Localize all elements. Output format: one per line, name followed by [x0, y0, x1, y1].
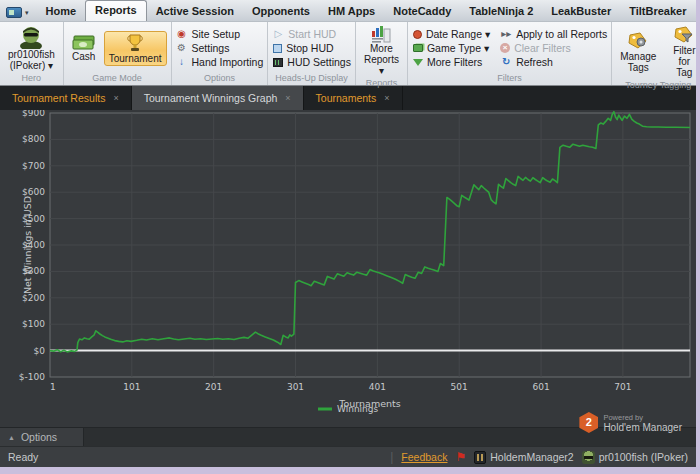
chart-legend: Winnings — [318, 404, 379, 414]
clear-filters-label: Clear Filters — [514, 42, 571, 55]
brand-text: Hold'em Manager — [603, 423, 682, 433]
hud-settings-icon — [273, 58, 283, 67]
y-axis-title: Net Winnings in USD — [22, 196, 33, 294]
app-menu-button[interactable]: ▾ — [0, 7, 37, 21]
ribbon-tab-notecaddy[interactable]: NoteCaddy — [384, 2, 460, 21]
group-options: ◉ Site Setup ⚙ Settings ↓ Hand Importing… — [172, 22, 269, 85]
reports-chart-icon — [371, 25, 391, 43]
group-reports: More Reports ▾ Reports — [356, 22, 408, 85]
clear-filters-button[interactable]: × Clear Filters — [500, 42, 607, 55]
svg-text:101: 101 — [123, 382, 140, 392]
ribbon-tab-opponents[interactable]: Opponents — [243, 2, 319, 21]
hud-settings-button[interactable]: HUD Settings — [272, 56, 351, 69]
group-game-mode: Cash Tournament Game Mode — [64, 22, 172, 85]
settings-label: Settings — [192, 42, 230, 55]
date-range-label: Date Range ▾ — [426, 28, 490, 41]
flag-icon[interactable]: ⚑ — [455, 450, 466, 464]
options-toggle-button[interactable]: ▲ Options — [0, 428, 84, 446]
winnings-chart-svg: $900$800$700$600$500$400$300$200$100$0$-… — [0, 110, 696, 427]
hand-importing-button[interactable]: ↓ Hand Importing — [176, 56, 264, 69]
manage-tags-icon — [626, 31, 650, 51]
ribbon-tab-hm-apps[interactable]: HM Apps — [319, 2, 384, 21]
svg-text:201: 201 — [205, 382, 222, 392]
tab-label: Tournament Winnings Graph — [144, 92, 278, 104]
tab-close-icon[interactable]: × — [113, 93, 118, 103]
app-icon — [6, 7, 22, 18]
tab-label: Tournament Results — [12, 92, 105, 104]
ribbon-tab-bar: ▾ HomeReportsActive SessionOpponentsHM A… — [0, 0, 696, 22]
svg-text:1: 1 — [50, 382, 56, 392]
site-setup-label: Site Setup — [192, 28, 240, 41]
stop-hud-button[interactable]: Stop HUD — [272, 42, 351, 55]
powered-by-text: Powered by — [603, 413, 682, 423]
ribbon-tab-sitngo-wizard[interactable]: SitNGo Wizard — [695, 2, 700, 21]
hud-settings-label: HUD Settings — [287, 56, 351, 69]
tab-tournament-results[interactable]: Tournament Results× — [0, 86, 132, 110]
legend-label: Winnings — [337, 404, 379, 414]
document-tab-bar: Tournament Results×Tournament Winnings G… — [0, 86, 696, 110]
hero-avatar — [18, 25, 44, 49]
more-filters-button[interactable]: More Filters — [412, 56, 490, 69]
manage-tags-button[interactable]: Manage Tags — [616, 30, 660, 74]
svg-text:$-100: $-100 — [19, 372, 45, 382]
svg-text:$600: $600 — [22, 187, 45, 197]
svg-text:301: 301 — [287, 382, 304, 392]
start-hud-button[interactable]: ▷ Start HUD — [272, 28, 351, 41]
feedback-link[interactable]: Feedback — [401, 451, 447, 463]
play-icon: ▷ — [272, 28, 284, 40]
hm2-window: ▾ HomeReportsActive SessionOpponentsHM A… — [0, 0, 700, 474]
cash-button[interactable]: Cash — [68, 33, 100, 63]
group-filters: Date Range ▾ Game Type ▾ More Filters ▸▸… — [408, 22, 612, 85]
svg-text:$800: $800 — [22, 134, 45, 144]
ribbon-tab-home[interactable]: Home — [37, 2, 86, 21]
svg-text:$900: $900 — [22, 110, 45, 118]
clear-filters-icon: × — [500, 43, 510, 53]
group-hud: ▷ Start HUD Stop HUD HUD Settings Heads-… — [268, 22, 356, 85]
stop-hud-label: Stop HUD — [286, 42, 333, 55]
funnel-icon — [413, 59, 423, 66]
settings-button[interactable]: ⚙ Settings — [176, 42, 264, 55]
site-setup-button[interactable]: ◉ Site Setup — [176, 28, 264, 41]
group-label-hero: Hero — [4, 72, 59, 85]
ribbon-tab-active-session[interactable]: Active Session — [147, 2, 243, 21]
date-range-button[interactable]: Date Range ▾ — [412, 28, 490, 41]
svg-text:701: 701 — [614, 382, 631, 392]
svg-text:$700: $700 — [22, 161, 45, 171]
tournament-button[interactable]: Tournament — [104, 31, 167, 66]
hand-importing-label: Hand Importing — [192, 56, 264, 69]
status-bar: Ready | Feedback ⚑ HoldemManager2 pr0100… — [0, 446, 696, 467]
manage-tags-label: Manage Tags — [620, 51, 656, 73]
hero-button[interactable]: pr0100fish (IPoker) ▾ — [4, 24, 59, 72]
game-type-button[interactable]: Game Type ▾ — [412, 42, 490, 55]
separator: | — [390, 450, 393, 464]
user-name: pr0100fish (IPoker) — [599, 451, 688, 463]
powered-by-badge: 2 Powered by Hold'em Manager — [579, 412, 682, 433]
tab-close-icon[interactable]: × — [285, 93, 290, 103]
tab-close-icon[interactable]: × — [384, 93, 389, 103]
group-label-filters: Filters — [412, 72, 607, 85]
options-label: Options — [21, 431, 57, 443]
ribbon-tab-tiltbreaker[interactable]: TiltBreaker — [620, 2, 695, 21]
group-hero: pr0100fish (IPoker) ▾ Hero — [0, 22, 64, 85]
filter-for-tag-icon — [672, 25, 696, 45]
gear-icon: ⚙ — [176, 42, 188, 54]
ribbon-tab-tableninja-2[interactable]: TableNinja 2 — [460, 2, 542, 21]
stop-icon — [273, 44, 282, 53]
apply-all-reports-button[interactable]: ▸▸ Apply to all Reports — [500, 28, 607, 41]
winnings-chart: $900$800$700$600$500$400$300$200$100$0$-… — [0, 110, 696, 427]
hero-name: pr0100fish — [8, 49, 55, 60]
ribbon-tab-leakbuster[interactable]: LeakBuster — [542, 2, 620, 21]
game-type-label: Game Type ▾ — [427, 42, 489, 55]
chevron-down-icon: ▾ — [25, 9, 29, 17]
tab-tournament-winnings-graph[interactable]: Tournament Winnings Graph× — [132, 86, 304, 110]
svg-text:$100: $100 — [22, 319, 45, 329]
more-reports-button[interactable]: More Reports ▾ — [360, 24, 403, 77]
filter-for-tag-label: Filter for Tag — [672, 45, 696, 78]
tab-tournaments[interactable]: Tournaments× — [304, 86, 403, 110]
collapse-arrow-icon: ▲ — [8, 434, 15, 441]
filter-for-tag-button[interactable]: Filter for Tag — [668, 24, 700, 79]
app-status-item: HoldemManager2 — [474, 451, 573, 464]
refresh-button[interactable]: ↻ Refresh — [500, 56, 607, 69]
svg-text:401: 401 — [369, 382, 386, 392]
ribbon-tab-reports[interactable]: Reports — [85, 0, 147, 21]
